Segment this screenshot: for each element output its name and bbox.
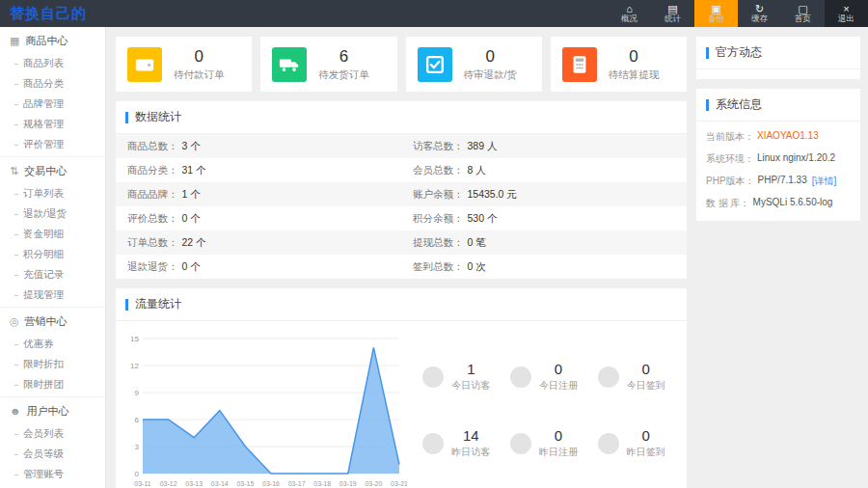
sidebar-item-recharge-records[interactable]: 充值记录 — [0, 264, 105, 285]
sysinfo-row-php: PHP版本： PHP/7.1.33 [详情] — [696, 170, 860, 192]
sidebar-section-marketing: ◎ 营销中心 优惠券 限时折扣 限时拼团 — [0, 308, 105, 397]
top-item-exit[interactable]: × 退出 — [825, 0, 868, 27]
marketing-center-icon: ◎ — [10, 316, 19, 327]
stat-yesterday-visitors: 14昨日访客 — [413, 427, 501, 459]
data-stats-row: 商品品牌：1 个 账户余额：15435.0 元 — [116, 182, 687, 206]
right-sidebar: 官方动态 系统信息 当前版本： XIAOYAO1.13 系统环境： Linux … — [696, 27, 868, 488]
stat-label: 商品品牌： — [127, 188, 178, 202]
php-details-link[interactable]: [详情] — [812, 175, 837, 188]
top-item-stats[interactable]: ▤ 统计 — [651, 0, 694, 27]
sidebar-item-coupon[interactable]: 优惠券 — [0, 334, 105, 354]
card-pending-withdrawal[interactable]: 0 待结算提现 — [551, 37, 687, 92]
sidebar-section-product: ▦ 商品中心 商品列表 商品分类 品牌管理 规格管理 评价管理 — [0, 27, 105, 157]
sidebar-section-title-marketing[interactable]: ◎ 营销中心 — [0, 310, 105, 334]
stat-value: 0 笔 — [468, 236, 486, 250]
sysinfo-row-database: 数 据 库： MySQLi 5.6.50-log — [696, 192, 860, 214]
wallet-icon — [127, 47, 162, 82]
card-value: 0 — [195, 47, 203, 67]
sidebar-section-title-user[interactable]: ☻ 用户中心 — [0, 399, 105, 423]
sidebar-item-flash-discount[interactable]: 限时折扣 — [0, 354, 105, 374]
svg-text:03-15: 03-15 — [236, 480, 254, 487]
card-label: 待发货订单 — [318, 68, 369, 82]
card-value: 6 — [339, 47, 348, 67]
sidebar-item-withdrawal-management[interactable]: 提现管理 — [0, 285, 105, 305]
card-pending-payment[interactable]: 0 待付款订单 — [116, 37, 252, 92]
sidebar-section-label: 交易中心 — [24, 164, 67, 178]
sidebar-item-brand-management[interactable]: 品牌管理 — [0, 94, 105, 114]
sidebar-section-title-trade[interactable]: ⇅ 交易中心 — [0, 159, 105, 183]
card-value: 0 — [485, 47, 494, 67]
card-pending-shipment[interactable]: 6 待发货订单 — [260, 37, 396, 92]
stat-value: 0 个 — [182, 212, 201, 226]
card-label: 待结算提现 — [609, 68, 660, 82]
traffic-chart: 0369121503-1103-1203-1303-1403-1503-1603… — [122, 329, 407, 488]
stat-value: 8 人 — [468, 164, 486, 177]
sidebar-section-label: 营销中心 — [25, 314, 68, 329]
sysinfo-row-version: 当前版本： XIAOYAO1.13 — [696, 125, 860, 148]
top-item-label: 概况 — [621, 14, 637, 24]
sidebar-item-review-management[interactable]: 评价管理 — [0, 134, 105, 154]
stat-label: 访客总数： — [413, 140, 464, 153]
top-item-homepage[interactable]: ▢ 首页 — [781, 0, 825, 27]
sysinfo-row-environment: 系统环境： Linux nginx/1.20.2 — [696, 148, 860, 170]
sidebar-section-title-product[interactable]: ▦ 商品中心 — [0, 29, 105, 53]
sidebar-item-admin-account[interactable]: 管理账号 — [0, 464, 105, 484]
svg-text:03-16: 03-16 — [262, 480, 280, 487]
traffic-panel-title: 流量统计 — [116, 288, 687, 321]
data-stats-row: 退款退货：0 个 签到总数：0 次 — [116, 255, 687, 279]
data-stats-row: 商品总数：3 个 访客总数：389 人 — [116, 134, 687, 158]
svg-text:03-11: 03-11 — [134, 480, 150, 487]
svg-text:03-13: 03-13 — [185, 480, 203, 487]
homepage-icon: ▢ — [798, 4, 807, 14]
stat-value: 3 个 — [182, 140, 201, 153]
top-item-label: 退出 — [838, 14, 854, 24]
svg-text:0: 0 — [135, 470, 140, 478]
truck-icon — [272, 47, 307, 82]
product-center-icon: ▦ — [10, 36, 19, 46]
sidebar-item-fund-details[interactable]: 资金明细 — [0, 224, 105, 244]
card-pending-refund[interactable]: 0 待审退款/货 — [406, 37, 542, 92]
sidebar-item-points-details[interactable]: 积分明细 — [0, 244, 105, 264]
stat-value: 389 人 — [468, 140, 498, 153]
stat-label: 会员总数： — [413, 164, 464, 177]
svg-text:03-20: 03-20 — [365, 480, 382, 487]
svg-text:12: 12 — [130, 362, 139, 370]
home-icon: ⌂ — [626, 4, 633, 14]
top-item-cache[interactable]: ↻ 缓存 — [738, 0, 781, 27]
calculator-icon — [562, 47, 597, 82]
stat-label: 退款退货： — [127, 260, 178, 274]
stat-label: 账户余额： — [413, 188, 464, 202]
stat-yesterday-checkins: 0昨日签到 — [587, 427, 675, 459]
sidebar-item-group-buy[interactable]: 限时拼团 — [0, 374, 105, 394]
sidebar-item-spec-management[interactable]: 规格管理 — [0, 114, 105, 134]
visitor-circle-icon — [422, 366, 444, 388]
sidebar-item-order-list[interactable]: 订单列表 — [0, 183, 105, 203]
stat-label: 订单总数： — [127, 236, 178, 250]
stat-today-registrations: 0今日注册 — [501, 361, 588, 393]
sidebar-item-product-list[interactable]: 商品列表 — [0, 53, 105, 73]
checkin-circle-icon — [598, 433, 619, 454]
cache-icon: ↻ — [755, 4, 764, 14]
register-circle-icon — [510, 366, 531, 388]
news-panel-title: 官方动态 — [696, 37, 860, 69]
sidebar-item-member-list[interactable]: 会员列表 — [0, 423, 105, 444]
svg-text:9: 9 — [135, 389, 140, 397]
top-item-label: 统计 — [665, 14, 681, 24]
checkin-circle-icon — [598, 366, 619, 388]
data-stats-rows: 商品总数：3 个 访客总数：389 人 商品分类：31 个 会员总数：8 人 商… — [116, 134, 687, 279]
stat-value: 0 个 — [182, 260, 201, 274]
sidebar-item-admin-permission[interactable]: 管理权限 — [0, 484, 105, 488]
top-item-backup[interactable]: ▣ 备份 — [694, 0, 738, 27]
stat-value: 31 个 — [182, 164, 206, 177]
sidebar-item-member-level[interactable]: 会员等级 — [0, 444, 105, 464]
stat-today-checkins: 0今日签到 — [587, 361, 675, 393]
sidebar-item-refund-return[interactable]: 退款/退货 — [0, 203, 105, 224]
stat-value: 530 个 — [468, 212, 498, 226]
svg-text:03-19: 03-19 — [339, 480, 357, 487]
data-stats-panel: 数据统计 商品总数：3 个 访客总数：389 人 商品分类：31 个 会员总数：… — [116, 101, 687, 279]
top-item-overview[interactable]: ⌂ 概况 — [608, 0, 651, 27]
sidebar-item-product-category[interactable]: 商品分类 — [0, 73, 105, 94]
stat-label: 评价总数： — [127, 212, 178, 226]
svg-text:6: 6 — [135, 416, 140, 424]
visitor-circle-icon — [422, 433, 444, 454]
